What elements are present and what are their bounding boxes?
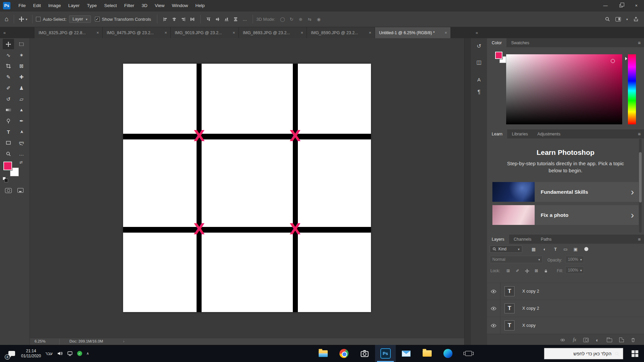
align-left-button[interactable] <box>161 15 170 24</box>
menu-image[interactable]: Image <box>45 0 65 11</box>
tab-adjustments[interactable]: Adjustments <box>533 129 565 138</box>
eyedropper-tool[interactable]: ✎ <box>3 72 14 82</box>
menu-type[interactable]: Type <box>83 0 100 11</box>
document-tab-active[interactable]: Untitled-1 @ 6.25% (RGB/8) * × <box>375 27 451 38</box>
lock-artboard-icon[interactable]: ⊠ <box>533 268 540 274</box>
filter-type-layers-icon[interactable]: T <box>551 245 559 253</box>
workspace-switcher-icon[interactable] <box>615 17 621 21</box>
menu-select[interactable]: Select <box>101 0 121 11</box>
distribute-horizontal-button[interactable] <box>188 15 197 24</box>
panel-dock-collapse-icon[interactable]: « <box>476 27 478 38</box>
magic-wand-tool[interactable]: ✶ <box>16 50 27 60</box>
align-bottom-button[interactable] <box>222 15 231 24</box>
layer-row[interactable]: T X copy 2 <box>487 300 644 317</box>
tab-paths[interactable]: Paths <box>536 235 556 244</box>
new-group-icon[interactable] <box>605 337 614 343</box>
canvas-area[interactable]: X X X X <box>30 38 464 338</box>
folder-button[interactable] <box>417 345 437 362</box>
document-canvas[interactable]: X X X X <box>123 64 371 312</box>
network-icon[interactable] <box>67 351 73 356</box>
layer-row[interactable]: T X copy <box>487 317 644 334</box>
search-input[interactable] <box>548 351 611 356</box>
layer-filter-kind-dropdown[interactable]: Kind ▾ <box>490 245 522 253</box>
move-tool[interactable] <box>3 39 14 49</box>
tab-close-icon[interactable]: × <box>96 30 99 35</box>
taskbar-clock[interactable]: 21:14 01/11/2020 <box>21 349 41 359</box>
edit-toolbar-button[interactable]: … <box>16 148 27 159</box>
tab-close-icon[interactable]: × <box>232 30 235 35</box>
tab-close-icon[interactable]: × <box>301 30 303 35</box>
pen-tool[interactable]: ✒ <box>16 116 27 126</box>
healing-brush-tool[interactable]: ✚ <box>16 72 27 82</box>
3d-slide-icon[interactable]: ⇆ <box>305 15 314 24</box>
color-picker-marker[interactable] <box>611 59 615 63</box>
tab-color[interactable]: Color <box>487 38 506 47</box>
history-brush-tool[interactable]: ↺ <box>3 94 14 104</box>
type-tool[interactable]: T <box>3 127 14 137</box>
toolbar-collapse-icon[interactable]: « <box>3 27 6 38</box>
document-tab[interactable]: IMG_8325.JPG @ 22.8... × <box>35 27 103 38</box>
tab-close-icon[interactable]: × <box>164 30 167 35</box>
blur-tool[interactable]: ▲ <box>16 105 27 115</box>
fill-field[interactable]: 100% ▾ <box>565 266 584 274</box>
layer-thumbnail[interactable]: T <box>504 320 515 330</box>
taskbar-search-box[interactable] <box>544 348 623 359</box>
hidden-icons-caret[interactable]: ∧ <box>87 351 89 356</box>
align-vertical-centers-button[interactable] <box>213 15 222 24</box>
chevron-down-icon[interactable]: ▾ <box>626 17 628 21</box>
photoshop-taskbar-button[interactable]: Ps <box>375 345 396 362</box>
menu-help[interactable]: Help <box>192 0 208 11</box>
properties-panel-icon[interactable]: ◫ <box>473 57 485 67</box>
restore-button[interactable] <box>613 0 629 11</box>
photoshop-app-icon[interactable]: Ps <box>3 2 10 9</box>
scrollbar-thumb[interactable] <box>639 152 642 202</box>
lock-position-icon[interactable] <box>523 268 531 274</box>
distribute-vertical-button[interactable] <box>231 15 240 24</box>
align-top-button[interactable] <box>204 15 213 24</box>
layer-thumbnail[interactable]: T <box>504 286 515 296</box>
tab-close-icon[interactable]: × <box>369 30 371 35</box>
panel-menu-icon[interactable]: ≡ <box>635 38 644 47</box>
filter-adjustment-layers-icon[interactable]: ◐ <box>541 245 549 253</box>
layer-filtering-toggle[interactable] <box>584 247 588 251</box>
history-panel-icon[interactable]: ↺ <box>473 41 485 51</box>
tab-learn[interactable]: Learn <box>487 129 507 138</box>
search-icon[interactable] <box>605 16 610 22</box>
chrome-button[interactable] <box>333 345 354 362</box>
document-tab[interactable]: IMG_9019.JPG @ 23.2... × <box>171 27 239 38</box>
close-button[interactable]: × <box>629 0 644 11</box>
menu-file[interactable]: File <box>15 0 30 11</box>
menu-edit[interactable]: Edit <box>30 0 45 11</box>
swap-colors-icon[interactable]: ⇄ <box>19 160 22 165</box>
document-tab[interactable]: IMG_8693.JPG @ 23.2... × <box>239 27 307 38</box>
align-horizontal-centers-button[interactable] <box>170 15 179 24</box>
menu-layer[interactable]: Layer <box>65 0 84 11</box>
panel-menu-icon[interactable]: ≡ <box>635 235 644 244</box>
show-transform-checkbox[interactable]: ✓ <box>95 17 100 21</box>
layer-visibility-toggle[interactable] <box>487 300 500 317</box>
brush-tool[interactable]: ✐ <box>3 83 14 93</box>
align-more-options-button[interactable]: … <box>240 15 249 24</box>
camera-button[interactable] <box>354 345 375 362</box>
learn-topic-fix-a-photo[interactable]: Fix a photo › <box>492 205 639 225</box>
3d-roll-icon[interactable]: ↻ <box>287 15 296 24</box>
lock-all-icon[interactable] <box>542 268 549 274</box>
new-layer-icon[interactable] <box>617 337 626 343</box>
layer-visibility-toggle[interactable] <box>487 317 500 334</box>
panel-menu-icon[interactable]: ≡ <box>635 129 644 138</box>
link-layers-icon[interactable] <box>558 337 567 343</box>
language-indicator[interactable]: עבר <box>45 351 52 356</box>
add-layer-mask-icon[interactable] <box>582 337 590 343</box>
align-right-button[interactable] <box>179 15 188 24</box>
paragraph-panel-icon[interactable]: ¶ <box>473 87 485 97</box>
lock-image-pixels-icon[interactable]: ✐ <box>514 268 521 274</box>
marquee-tool[interactable] <box>16 39 27 49</box>
menu-filter[interactable]: Filter <box>120 0 138 11</box>
auto-select-checkbox[interactable] <box>36 17 41 21</box>
tab-layers[interactable]: Layers <box>487 235 509 244</box>
status-expand-icon[interactable]: › <box>123 339 124 343</box>
hue-slider-marker[interactable] <box>625 57 627 60</box>
layer-thumbnail[interactable]: T <box>504 303 515 313</box>
hand-tool[interactable]: ლ <box>16 137 27 148</box>
delete-layer-icon[interactable] <box>629 337 637 343</box>
